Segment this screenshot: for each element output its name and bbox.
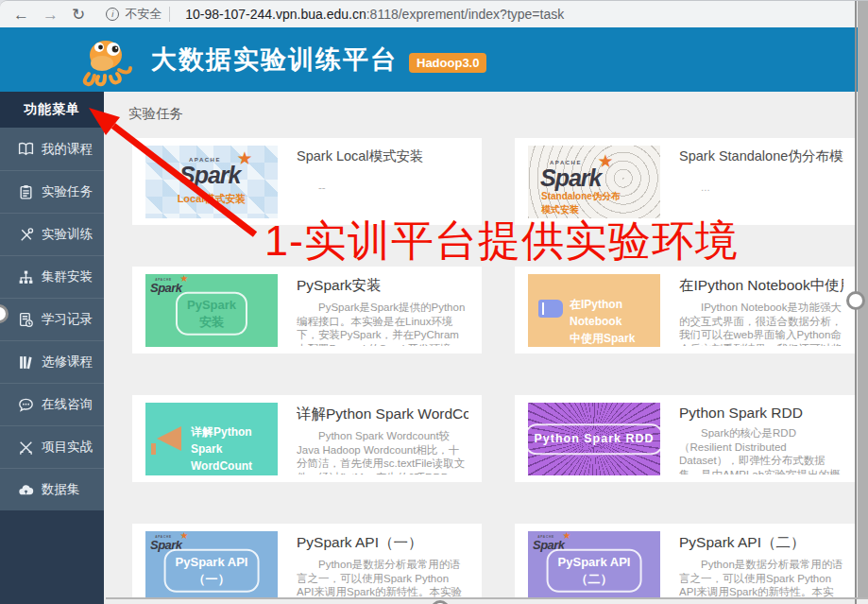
course-description: --: [297, 181, 468, 195]
url-host: 10-98-107-244.vpn.bua.edu.cn: [185, 7, 366, 22]
browser-toolbar: ← → ↻ 不安全 10-98-107-244.vpn.bua.edu.cn:8…: [0, 1, 868, 27]
clipboard-icon: [18, 184, 34, 200]
course-thumbnail: 在IPython Notebook中使用Spark: [528, 274, 660, 347]
thumbnail-badge-box: PySpark API（一）: [164, 548, 260, 592]
cloud-icon: [18, 482, 34, 498]
course-card[interactable]: 详解Python SparkWordCount 详解Python Spark W…: [132, 395, 482, 482]
spark-logo: APACHESpark: [179, 157, 240, 187]
sidebar-menu: 我的课程 实验任务 实验训练 集群安装 学习记录 选修课程 在线咨询 项目实战 …: [0, 128, 104, 510]
url-path: :8118/exprement/index?type=task: [366, 7, 565, 22]
thumbnail-text: 详解Python SparkWordCount: [191, 423, 278, 475]
cluster-icon: [18, 269, 34, 285]
browser-window: ← → ↻ 不安全 10-98-107-244.vpn.bua.edu.cn:8…: [0, 0, 868, 604]
course-description: Python是数据分析最常用的语言之一，可以使用Spark Python API…: [297, 558, 468, 603]
course-thumbnail: 详解Python SparkWordCount: [145, 403, 278, 475]
tools-icon: [18, 227, 34, 243]
sidebar-item-2[interactable]: 实验任务: [0, 170, 104, 213]
page-title: 实验任务: [104, 92, 868, 123]
selection-bottom-edge: [106, 597, 868, 599]
star-icon: [179, 531, 188, 541]
address-bar[interactable]: 10-98-107-244.vpn.bua.edu.cn:8118/exprem…: [185, 7, 564, 22]
course-title: 详解Python Spark WordCount: [297, 405, 468, 424]
octopus-logo-icon: [79, 32, 138, 87]
thumbnail-badge-box: PySpark API（二）: [547, 548, 642, 592]
megaphone-icon: [157, 426, 181, 451]
course-title: PySpark API（二）: [679, 533, 843, 553]
record-icon: [18, 312, 34, 328]
spark-logo: APACHESpark: [150, 278, 182, 294]
sidebar-menu-header: 功能菜单: [0, 92, 104, 128]
refresh-button[interactable]: ↻: [72, 7, 85, 23]
thumbnail-badge-box: Python Spark RDD: [528, 423, 660, 456]
sidebar-item-3[interactable]: 实验训练: [0, 213, 104, 255]
thumbnail-text: 在IPython Notebook中使用Spark: [570, 296, 660, 347]
course-card[interactable]: APACHESparkPySpark安装 PySpark安装 PySpark是S…: [132, 267, 482, 354]
course-title: Spark Local模式安装: [297, 147, 468, 165]
course-thumbnail: Python Spark RDD: [528, 403, 660, 475]
sidebar-item-6[interactable]: 选修课程: [0, 340, 104, 383]
star-icon: [597, 152, 613, 170]
course-description: ...: [679, 181, 843, 195]
chat-icon: [18, 397, 34, 413]
course-description: IPython Notebook是功能强大的交互式界面，很适合数据分析，我们可以…: [679, 301, 843, 346]
star-icon: [236, 149, 252, 167]
sidebar-item-8[interactable]: 项目实战: [0, 425, 104, 468]
star-icon: [562, 531, 570, 541]
course-thumbnail: APACHESparkPySpark API（二）: [528, 531, 660, 604]
selection-handle-right[interactable]: [846, 291, 865, 310]
course-title: PySpark安装: [297, 276, 468, 296]
course-thumbnail: APACHESparkStandalone伪分布模式安装: [528, 146, 660, 218]
spark-logo: APACHESpark: [540, 160, 601, 190]
course-description: Python Spark Wordcount较Java Hadoop Wordc…: [297, 429, 468, 475]
course-thumbnail: APACHESparkPySpark API（一）: [145, 531, 278, 604]
course-title: Spark Standalone伪分布模式安装: [679, 147, 843, 165]
security-label: 不安全: [125, 6, 162, 23]
course-card[interactable]: APACHESparkLocal模式安装 Spark Local模式安装 --: [132, 138, 482, 225]
hadoop-version-badge: Hadoop3.0: [409, 53, 486, 73]
sidebar: 功能菜单 我的课程 实验任务 实验训练 集群安装 学习记录 选修课程 在线咨询 …: [0, 92, 104, 604]
course-title: PySpark API（一）: [297, 533, 468, 553]
sidebar-item-9[interactable]: 数据集: [0, 468, 104, 510]
sidebar-item-7[interactable]: 在线咨询: [0, 383, 104, 425]
course-card[interactable]: 在IPython Notebook中使用Spark 在IPython Noteb…: [515, 267, 857, 354]
security-chip[interactable]: 不安全: [106, 6, 172, 23]
course-description: Spark的核心是RDD（Resilient Distributed Datas…: [679, 426, 843, 475]
sidebar-item-4[interactable]: 集群安装: [0, 255, 104, 298]
forward-button[interactable]: →: [43, 7, 59, 23]
course-card[interactable]: APACHESparkPySpark API（一） PySpark API（一）…: [132, 524, 482, 604]
divider: [169, 7, 170, 22]
info-icon: [106, 8, 119, 21]
course-description: Python是数据分析最常用的语言之一，可以使用Spark Python API…: [679, 558, 843, 603]
course-card[interactable]: Python Spark RDD Python Spark RDD Spark的…: [515, 395, 857, 482]
thumbnail-subtitle: Local模式安装: [145, 192, 278, 206]
star-icon: [179, 274, 188, 284]
course-thumbnail: APACHESparkLocal模式安装: [145, 146, 278, 218]
thumbnail-badge-box: PySpark安装: [176, 291, 247, 335]
notebook-icon: [538, 300, 563, 318]
sidebar-item-1[interactable]: 我的课程: [0, 128, 104, 170]
course-thumbnail: APACHESparkPySpark安装: [145, 274, 278, 347]
course-card[interactable]: APACHESparkPySpark API（二） PySpark API（二）…: [515, 524, 857, 604]
selection-bottom-gap: [104, 599, 868, 604]
course-title: 在IPython Notebook中使用Spark: [679, 276, 843, 296]
main-content: 实验任务 APACHESparkLocal模式安装 Spark Local模式安…: [104, 92, 868, 604]
course-title: Python Spark RDD: [679, 405, 843, 422]
back-button[interactable]: ←: [13, 7, 29, 23]
swords-icon: [18, 440, 34, 456]
course-card[interactable]: APACHESparkStandalone伪分布模式安装 Spark Stand…: [515, 138, 857, 225]
books-icon: [18, 354, 34, 371]
app-header: 大数据实验训练平台 Hadoop3.0: [0, 27, 868, 92]
thumbnail-subtitle: Standalone伪分布模式安装: [541, 190, 621, 216]
sidebar-item-5[interactable]: 学习记录: [0, 298, 104, 340]
book-icon: [18, 141, 34, 157]
course-description: PySpark是Spark提供的Python编程接口。本实验是在Linux环境下…: [297, 301, 468, 346]
card-grid: APACHESparkLocal模式安装 Spark Local模式安装 -- …: [132, 138, 868, 604]
platform-title: 大数据实验训练平台: [151, 43, 398, 77]
